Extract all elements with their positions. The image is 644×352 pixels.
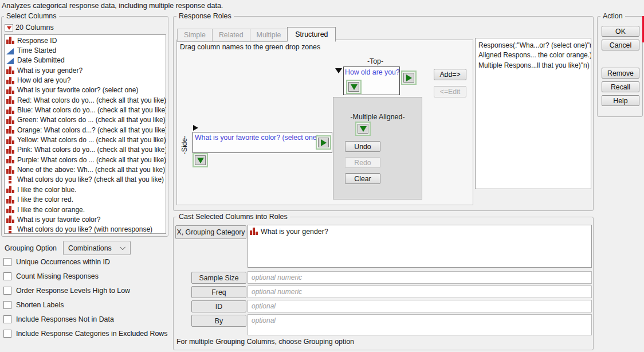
column-label: Red: What colors do yo... (check all tha… — [17, 96, 166, 104]
multiple-aligned-drop-button[interactable] — [355, 122, 371, 136]
column-label: None of the above: Wh... (check all that… — [17, 166, 165, 174]
remove-button[interactable]: Remove — [602, 68, 639, 79]
columns-listbox[interactable]: Response ID Time Started Date Submitted … — [4, 34, 166, 234]
nominal-column-icon — [6, 166, 14, 174]
column-label: Yellow: What colors do ... (check all th… — [17, 136, 166, 144]
list-item[interactable]: What colors do you like? (with nonrespon… — [5, 225, 166, 234]
list-item[interactable]: Purple: What colors do ... (check all th… — [5, 155, 166, 165]
id-field[interactable]: optional — [248, 300, 592, 312]
list-item[interactable]: What colors do you like? (check all that… — [5, 175, 166, 185]
id-button[interactable]: ID — [191, 300, 246, 312]
list-item[interactable]: How old are you? — [5, 75, 166, 85]
checkbox-box[interactable] — [3, 287, 11, 295]
responses-listbox[interactable]: Responses(:"Wha...or? (select one)"n) Al… — [475, 38, 591, 189]
recall-button[interactable]: Recall — [602, 81, 639, 92]
action-title: Action — [600, 12, 625, 20]
checkbox-shorten-labels[interactable]: Shorten Labels — [3, 301, 64, 309]
column-label: Date Submitted — [17, 56, 65, 64]
by-button[interactable]: By — [191, 315, 246, 327]
list-item[interactable]: Date Submitted — [5, 56, 166, 65]
nominal-column-icon — [6, 136, 14, 144]
side-drop-zone[interactable]: What is your favorite color? (select one… — [193, 132, 332, 153]
checkbox-include-excluded-rows[interactable]: Include Response Categories in Excluded … — [3, 330, 167, 338]
tab-simple[interactable]: Simple — [177, 29, 213, 42]
sample-size-field[interactable]: optional numeric — [248, 271, 592, 284]
help-button[interactable]: Help — [602, 95, 639, 106]
tab-structured[interactable]: Structured — [287, 27, 336, 42]
checkbox-count-missing[interactable]: Count Missing Responses — [3, 272, 99, 280]
response-spec-item[interactable]: Multiple Respons...ll that you like)"n) — [476, 60, 591, 70]
list-item[interactable]: I like the color orange. — [5, 205, 166, 214]
undo-button[interactable]: Undo — [345, 141, 380, 152]
checkbox-order-levels[interactable]: Order Response Levels High to Low — [3, 287, 130, 295]
response-spec-item[interactable]: Aligned Respons... the color orange.) — [476, 50, 591, 60]
list-item[interactable]: Pink: What colors do yo... (check all th… — [5, 145, 166, 155]
list-item[interactable]: Response ID — [5, 36, 166, 45]
by-field[interactable]: optional — [248, 314, 592, 335]
checkbox-box[interactable] — [3, 301, 11, 309]
grouping-option-value: Combinations — [68, 244, 112, 252]
checkbox-box[interactable] — [3, 272, 11, 280]
column-label: Pink: What colors do yo... (check all th… — [17, 146, 166, 154]
column-label: Green: What colors do ... (check all tha… — [17, 116, 166, 124]
side-zone-play-button[interactable] — [316, 135, 331, 150]
tab-related[interactable]: Related — [212, 29, 250, 42]
checkbox-box[interactable] — [3, 258, 11, 266]
sample-size-button[interactable]: Sample Size — [191, 272, 246, 284]
grouping-option-select[interactable]: Combinations — [63, 241, 131, 255]
cast-column-label: What is your gender? — [261, 228, 328, 236]
nominal-column-icon — [6, 67, 14, 74]
list-item[interactable]: Red: What colors do yo... (check all tha… — [5, 95, 166, 105]
list-item[interactable]: Blue: What colors do yo... (check all th… — [5, 105, 166, 115]
list-item[interactable]: Yellow: What colors do ... (check all th… — [5, 135, 166, 144]
side-zone-label: -Side- — [180, 131, 189, 159]
x-grouping-listbox[interactable]: What is your gender? — [248, 225, 592, 268]
response-spec-item[interactable]: Responses(:"Wha...or? (select one)"n) — [476, 40, 591, 50]
checkbox-label: Include Response Categories in Excluded … — [16, 330, 167, 338]
redo-button[interactable]: Redo — [345, 157, 380, 168]
add-button[interactable]: Add=> — [434, 69, 466, 80]
list-item[interactable]: Orange: What colors d...? (check all tha… — [5, 125, 166, 135]
checkbox-box[interactable] — [3, 315, 11, 323]
ok-button[interactable]: OK — [602, 26, 639, 37]
top-zone-drop-button[interactable] — [346, 80, 362, 94]
top-zone-play-button[interactable] — [401, 71, 417, 85]
freq-field[interactable]: optional numeric — [248, 285, 592, 298]
list-item[interactable]: I like the color blue. — [5, 185, 166, 194]
column-label: I like the color red. — [17, 195, 73, 204]
column-label: What colors do you like? (with nonrespon… — [17, 225, 152, 233]
column-label: I like the color blue. — [17, 186, 76, 194]
list-item[interactable]: Green: What colors do ... (check all tha… — [5, 115, 166, 125]
list-item[interactable]: None of the above: Wh... (check all that… — [5, 165, 166, 174]
side-zone-marker-icon — [193, 125, 198, 131]
list-item[interactable]: What is your gender? — [248, 226, 591, 236]
top-zone-marker-icon — [335, 68, 342, 73]
clear-button[interactable]: Clear — [345, 173, 380, 184]
columns-menu-button[interactable] — [5, 24, 13, 32]
tab-multiple[interactable]: Multiple — [250, 29, 288, 42]
side-zone-drop-button[interactable] — [193, 153, 208, 167]
cancel-button[interactable]: Cancel — [602, 40, 639, 50]
column-label: What is your favorite color? (select one… — [17, 86, 138, 94]
nominal-column-icon — [6, 146, 14, 154]
checkbox-label: Order Response Levels High to Low — [16, 287, 130, 295]
list-item[interactable]: What is your favorite color? — [5, 214, 166, 224]
nominal-column-icon — [6, 196, 14, 204]
nominal-column-icon — [6, 116, 14, 124]
top-zone-value: How old are you? — [345, 68, 400, 76]
checkbox-include-not-in-data[interactable]: Include Responses Not in Data — [3, 315, 114, 323]
checkbox-box[interactable] — [3, 330, 11, 338]
x-grouping-category-button[interactable]: X, Grouping Category — [175, 225, 246, 239]
chevron-down-icon — [120, 244, 125, 250]
list-item[interactable]: Time Started — [5, 45, 166, 55]
list-item[interactable]: What is your gender? — [5, 65, 166, 75]
list-item[interactable]: What is your favorite color? (select one… — [5, 85, 166, 95]
green-down-arrow-icon — [351, 84, 358, 90]
checkbox-unique-occurrences[interactable]: Unique Occurrences within ID — [3, 258, 110, 266]
nominal-column-icon — [6, 77, 14, 84]
column-label: What colors do you like? (check all that… — [17, 175, 164, 183]
dialog-description: Analyzes categorical response data, incl… — [2, 2, 223, 10]
edit-button[interactable]: <=Edit — [434, 86, 466, 97]
freq-button[interactable]: Freq — [191, 286, 246, 298]
list-item[interactable]: I like the color red. — [5, 195, 166, 205]
